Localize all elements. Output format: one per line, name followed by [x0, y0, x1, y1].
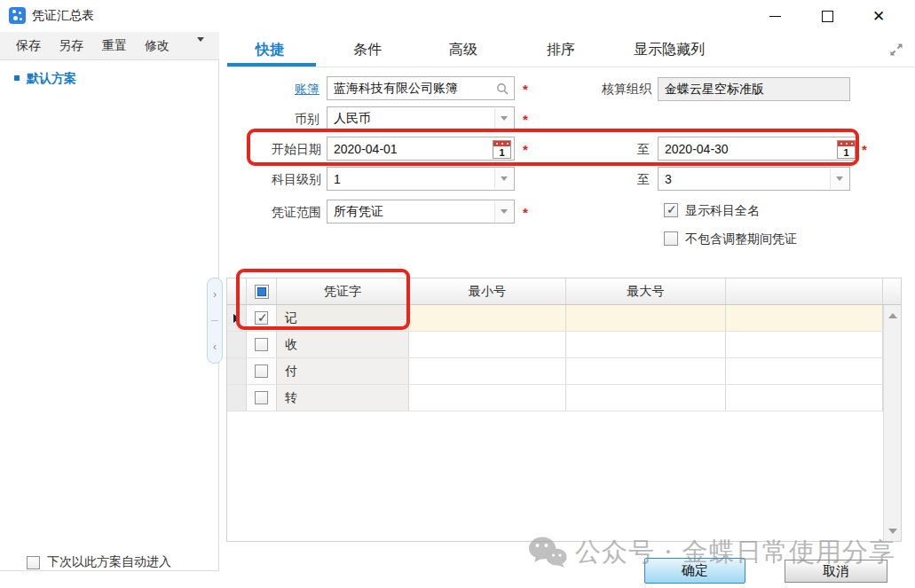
calendar-icon[interactable]: 1 — [837, 140, 856, 159]
org-value: 金蝶云星空标准版 — [665, 82, 764, 98]
show-full-subject-name-label: 显示科目全名 — [685, 203, 760, 217]
grid-corner-cell — [227, 278, 247, 304]
close-button[interactable]: ✕ — [865, 5, 892, 27]
min-number-cell[interactable] — [409, 305, 566, 331]
select-all-cell[interactable] — [247, 278, 277, 304]
auto-enter-label: 下次以此方案自动进入 — [47, 554, 171, 570]
exclude-adjust-period-checkbox[interactable] — [664, 231, 678, 246]
maximize-icon — [822, 11, 833, 22]
subject-level-to-value: 3 — [665, 172, 672, 186]
exclude-adjust-period-option[interactable]: 不包含调整期间凭证 — [664, 231, 797, 249]
max-number-cell[interactable] — [566, 385, 726, 411]
chevron-down-icon[interactable] — [494, 169, 513, 189]
expand-dialog-icon[interactable] — [888, 42, 904, 58]
column-header-max-number[interactable]: 最大号 — [566, 278, 726, 304]
grid-header: 凭证字 最小号 最大号 — [227, 278, 901, 305]
voucher-range-label: 凭证范围 — [241, 205, 321, 221]
auto-enter-option[interactable]: 下次以此方案自动进入 — [27, 554, 171, 570]
current-row-icon — [233, 314, 240, 323]
min-number-cell[interactable] — [409, 332, 566, 357]
save-as-button[interactable]: 另存 — [59, 38, 83, 54]
tab-advanced[interactable]: 高级 — [449, 41, 477, 59]
ledger-value: 蓝海科技有限公司账簿 — [334, 81, 458, 97]
subject-level-to-label: 至 — [570, 172, 650, 188]
calendar-icon[interactable]: 1 — [493, 140, 511, 159]
voucher-word-cell[interactable]: 转 — [277, 385, 409, 411]
table-row[interactable]: 记 — [227, 305, 883, 332]
table-row[interactable]: 转 — [227, 385, 883, 412]
table-row[interactable]: 收 — [227, 332, 883, 358]
scroll-up-icon[interactable] — [884, 307, 901, 324]
max-number-cell[interactable] — [566, 332, 726, 357]
tab-separator — [226, 67, 915, 67]
max-number-cell[interactable] — [566, 358, 726, 384]
start-date-input[interactable]: 2020-04-01 1 — [327, 137, 515, 161]
row-indicator-cell — [227, 358, 247, 384]
table-row[interactable]: 付 — [227, 358, 883, 385]
scheme-toolbar: 保存 另存 重置 修改 — [0, 32, 219, 60]
chevron-down-icon[interactable] — [494, 201, 513, 222]
tab-bar: 快捷 条件 高级 排序 显示隐藏列 — [220, 35, 915, 67]
currency-select[interactable]: 人民币 — [327, 106, 515, 130]
chevron-down-icon[interactable] — [830, 169, 848, 189]
toolbar-overflow-icon[interactable] — [197, 42, 206, 58]
maximize-button[interactable] — [814, 5, 840, 27]
save-button[interactable]: 保存 — [16, 38, 41, 54]
voucher-range-select[interactable]: 所有凭证 — [327, 200, 515, 223]
collapse-left-icon[interactable]: ‹ — [213, 341, 217, 353]
minimize-button[interactable] — [761, 5, 788, 27]
auto-enter-checkbox[interactable] — [27, 556, 40, 569]
scroll-down-icon[interactable] — [884, 522, 901, 539]
row-checkbox-cell[interactable] — [247, 305, 277, 331]
voucher-summary-dialog: 凭证汇总表 ✕ 保存 另存 重置 修改 默认方案 快捷 条件 高级 排序 显示隐… — [0, 0, 915, 588]
voucher-range-value: 所有凭证 — [334, 204, 383, 220]
divider — [211, 320, 218, 321]
tab-condition[interactable]: 条件 — [353, 41, 382, 59]
end-date-required-mark: * — [862, 142, 867, 157]
max-number-cell[interactable] — [566, 305, 726, 331]
close-icon: ✕ — [872, 9, 885, 24]
ledger-label[interactable]: 账簿 — [266, 82, 319, 98]
start-date-value: 2020-04-01 — [334, 142, 398, 156]
row-checkbox[interactable] — [255, 365, 268, 378]
tab-quick[interactable]: 快捷 — [256, 41, 284, 59]
collapse-right-icon[interactable]: › — [213, 288, 217, 301]
subject-level-to-select[interactable]: 3 — [658, 167, 850, 191]
row-checkbox[interactable] — [255, 338, 268, 351]
select-all-checkbox[interactable] — [255, 285, 269, 299]
ledger-input[interactable]: 蓝海科技有限公司账簿 — [327, 76, 515, 100]
min-number-cell[interactable] — [409, 358, 566, 384]
end-date-input[interactable]: 2020-04-30 1 — [658, 137, 859, 161]
row-checkbox[interactable] — [255, 391, 268, 404]
chevron-down-icon[interactable] — [494, 108, 513, 129]
voucher-word-cell[interactable]: 付 — [277, 358, 409, 384]
row-checkbox-cell[interactable] — [247, 358, 277, 384]
show-full-subject-name-checkbox[interactable] — [664, 203, 678, 217]
row-checkbox-cell[interactable] — [247, 332, 277, 357]
voucher-word-cell[interactable]: 收 — [277, 332, 409, 357]
title-bar: 凭证汇总表 ✕ — [0, 0, 915, 32]
voucher-word-cell[interactable]: 记 — [277, 305, 409, 331]
panel-collapse-handle[interactable]: › ‹ — [207, 278, 223, 364]
search-icon[interactable] — [496, 82, 509, 98]
ok-button[interactable]: 确定 — [644, 558, 745, 584]
row-checkbox-cell[interactable] — [247, 385, 277, 411]
row-checkbox[interactable] — [255, 311, 268, 325]
default-scheme-item[interactable]: 默认方案 — [14, 71, 76, 87]
row-indicator-cell — [227, 385, 247, 411]
cancel-button[interactable]: 取消 — [785, 560, 887, 583]
column-header-min-number[interactable]: 最小号 — [409, 278, 566, 304]
empty-cell — [726, 385, 883, 411]
min-number-cell[interactable] — [409, 385, 566, 411]
row-indicator-cell — [227, 332, 247, 357]
tab-show-hide-columns[interactable]: 显示隐藏列 — [634, 41, 705, 59]
start-date-label: 开始日期 — [241, 142, 321, 158]
modify-button[interactable]: 修改 — [145, 38, 170, 54]
column-header-voucher-word[interactable]: 凭证字 — [277, 278, 409, 304]
ledger-required-mark: * — [523, 82, 528, 97]
tab-sort[interactable]: 排序 — [547, 41, 575, 59]
reset-button[interactable]: 重置 — [102, 38, 127, 54]
subject-level-select[interactable]: 1 — [327, 167, 515, 191]
vertical-scrollbar[interactable] — [883, 305, 901, 541]
show-full-subject-name-option[interactable]: 显示科目全名 — [664, 203, 760, 221]
